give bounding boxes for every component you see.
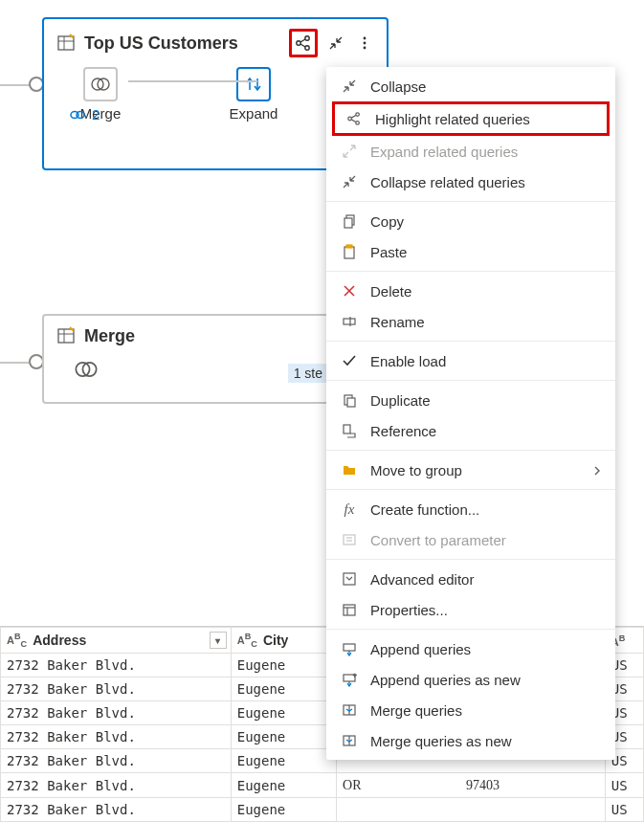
menu-merge-queries-new[interactable]: Merge queries as new [326, 725, 615, 756]
cell-city: Eugene [231, 678, 336, 701]
copy-icon [340, 211, 359, 231]
menu-rename[interactable]: Rename [326, 306, 615, 337]
svg-point-21 [356, 113, 360, 117]
svg-point-20 [348, 117, 352, 121]
svg-text:+: + [353, 672, 357, 678]
svg-point-5 [305, 46, 309, 50]
links-indicator[interactable]: 2 [69, 106, 100, 122]
column-header-city[interactable]: ABC City [231, 628, 336, 654]
checkmark-icon [340, 351, 359, 370]
menu-merge-queries[interactable]: Merge queries [326, 695, 615, 725]
node-title: Top US Customers [84, 33, 238, 54]
cell-city: Eugene [231, 749, 336, 773]
chevron-right-icon [592, 462, 602, 478]
more-icon[interactable] [354, 33, 375, 54]
menu-properties[interactable]: Properties... [326, 594, 615, 625]
svg-rect-39 [344, 573, 355, 585]
menu-collapse[interactable]: Collapse [326, 71, 615, 101]
step-expand[interactable]: Expand [220, 67, 287, 122]
svg-point-14 [77, 111, 84, 118]
menu-paste[interactable]: Paste [326, 236, 615, 267]
menu-label: Merge queries as new [370, 733, 512, 749]
menu-collapse-related[interactable]: Collapse related queries [326, 167, 615, 197]
menu-create-function[interactable]: fx Create function... [326, 494, 615, 524]
menu-move-to-group[interactable]: Move to group [326, 455, 615, 485]
svg-point-4 [305, 36, 309, 40]
menu-expand-related: Expand related queries [326, 136, 615, 167]
svg-line-23 [351, 115, 355, 118]
menu-label: Duplicate [370, 392, 431, 409]
cell-city: Eugene [231, 773, 336, 798]
svg-rect-28 [346, 245, 352, 248]
svg-rect-34 [347, 398, 355, 407]
type-text-icon: ABC [7, 632, 27, 649]
svg-rect-40 [344, 605, 355, 615]
svg-point-9 [364, 42, 366, 45]
menu-label: Enable load [370, 353, 446, 369]
menu-label: Expand related queries [370, 144, 518, 160]
collapse-icon[interactable] [325, 33, 346, 54]
cell-address: 2732 Baker Blvd. [1, 701, 232, 725]
menu-label: Collapse related queries [370, 174, 525, 190]
menu-label: Collapse [370, 78, 426, 95]
menu-label: Reference [370, 423, 436, 439]
node-title: Merge [84, 326, 135, 346]
menu-label: Highlight related queries [375, 111, 530, 127]
svg-point-10 [364, 47, 366, 50]
menu-advanced-editor[interactable]: Advanced editor [326, 564, 615, 594]
type-text-icon: ABC [237, 632, 257, 649]
expand-out-icon [340, 142, 359, 161]
svg-rect-43 [344, 644, 355, 651]
share-icon[interactable] [293, 33, 314, 54]
menu-label: Properties... [370, 602, 448, 618]
step-merge[interactable] [67, 352, 105, 387]
svg-rect-0 [58, 36, 74, 50]
column-header-address[interactable]: ABC Address ▾ [1, 628, 232, 654]
table-row[interactable]: 2732 Baker Blvd. Eugene US [1, 798, 644, 822]
svg-rect-27 [344, 247, 354, 258]
cell-address: 2732 Baker Blvd. [1, 798, 232, 822]
menu-label: Delete [370, 283, 411, 300]
table-icon [56, 325, 77, 346]
svg-point-3 [297, 41, 300, 45]
menu-duplicate[interactable]: Duplicate [326, 385, 615, 415]
svg-line-6 [300, 39, 305, 42]
node-merge[interactable]: Merge 1 ste [42, 314, 329, 404]
paste-icon [340, 242, 359, 261]
merge-icon [340, 700, 359, 720]
menu-label: Move to group [370, 462, 462, 478]
step-count-tag: 1 ste [288, 364, 328, 383]
menu-label: Copy [370, 213, 404, 230]
menu-label: Merge queries [370, 702, 462, 719]
svg-rect-36 [344, 535, 355, 544]
editor-icon [340, 569, 359, 589]
diagram-canvas: Top US Customers Merge [0, 0, 644, 574]
table-icon [56, 33, 77, 54]
column-label: City [263, 633, 288, 648]
menu-label: Append queries [370, 641, 471, 657]
append-icon [340, 639, 359, 658]
cell-address: 2732 Baker Blvd. [1, 773, 232, 798]
svg-point-8 [364, 37, 366, 40]
menu-reference[interactable]: Reference [326, 415, 615, 446]
share-icon [344, 109, 364, 128]
cell-address: 2732 Baker Blvd. [1, 725, 232, 749]
column-filter-dropdown[interactable]: ▾ [210, 632, 227, 649]
table-row[interactable]: 2732 Baker Blvd. Eugene OR 97403 US [1, 773, 644, 798]
menu-highlight-related[interactable]: Highlight related queries [339, 107, 603, 130]
context-menu: Collapse Highlight related queries Expan… [326, 67, 615, 760]
menu-label: Paste [370, 244, 407, 260]
menu-copy[interactable]: Copy [326, 206, 615, 236]
function-icon: fx [340, 500, 359, 519]
menu-delete[interactable]: Delete [326, 276, 615, 306]
highlight-box-share-icon [289, 29, 318, 57]
menu-enable-load[interactable]: Enable load [326, 345, 615, 376]
properties-icon [340, 600, 359, 619]
menu-append-queries[interactable]: Append queries [326, 633, 615, 664]
append-new-icon: + [340, 670, 359, 689]
menu-append-queries-new[interactable]: + Append queries as new [326, 664, 615, 695]
collapse-in-icon [340, 172, 359, 191]
duplicate-icon [340, 390, 359, 410]
cell-address: 2732 Baker Blvd. [1, 749, 232, 773]
cell-address: 2732 Baker Blvd. [1, 678, 232, 701]
